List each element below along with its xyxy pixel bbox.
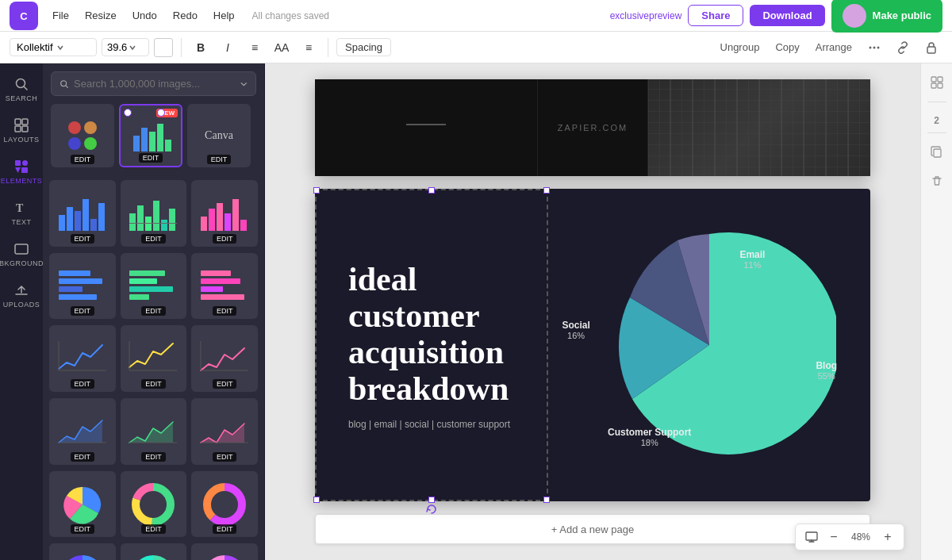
panel-item-charts[interactable]: NEW EDIT <box>119 104 182 167</box>
chart-donut-pink-1[interactable]: EDIT <box>191 471 258 538</box>
svg-rect-29 <box>59 215 65 231</box>
svg-rect-54 <box>129 286 173 292</box>
more-options-icon[interactable] <box>863 36 885 59</box>
svg-rect-59 <box>201 294 244 300</box>
left-sidebar: SEARCH LAYOUTS ELEMENTS T TEXT BKGROUND … <box>0 63 43 560</box>
chart-grid-lines-1: EDIT EDIT EDIT <box>49 325 258 392</box>
chart-bar-green-1[interactable]: EDIT <box>121 180 187 247</box>
presentation-icon[interactable] <box>802 527 821 547</box>
sidebar-label-search: SEARCH <box>6 94 38 102</box>
sidebar-item-uploads[interactable]: UPLOADS <box>2 276 40 314</box>
page1-right-section <box>648 79 870 176</box>
chart-line-yellow-1[interactable]: EDIT <box>121 325 187 392</box>
chart-area-pink-1[interactable]: EDIT <box>191 398 258 465</box>
svg-rect-33 <box>90 219 97 231</box>
grid-view-icon[interactable] <box>924 70 950 95</box>
share-button[interactable]: Share <box>688 5 743 26</box>
arrange-button[interactable]: Arrange <box>811 39 857 56</box>
svg-rect-53 <box>129 278 157 284</box>
panel-item-icons[interactable]: EDIT <box>51 104 114 167</box>
delete-page-icon[interactable] <box>924 168 950 194</box>
chart-grid-pie-2: EDIT EDIT EDIT <box>49 543 258 560</box>
zoom-out-button[interactable]: − <box>824 527 843 547</box>
copy-page-icon[interactable] <box>924 140 950 165</box>
chart-area-green-1[interactable]: EDIT <box>121 398 187 465</box>
aa-button[interactable]: AA <box>271 36 293 59</box>
svg-rect-26 <box>149 132 155 152</box>
download-button[interactable]: Download <box>750 5 824 26</box>
chart-donut-green-2[interactable]: EDIT <box>121 543 187 560</box>
svg-rect-101 <box>806 532 817 540</box>
nav-redo[interactable]: Redo <box>167 6 204 25</box>
lock-icon[interactable] <box>920 36 942 59</box>
bold-button[interactable]: B <box>190 36 212 59</box>
edit-badge: EDIT <box>141 379 166 389</box>
font-family-selector[interactable]: Kollektif <box>10 38 97 56</box>
page2-left-section[interactable]: ideal customer acquisition breakdown blo… <box>315 189 548 501</box>
svg-marker-14 <box>15 167 21 173</box>
svg-rect-55 <box>129 294 149 300</box>
chart-hbar-pink-1[interactable]: EDIT <box>191 253 258 320</box>
nav-undo[interactable]: Undo <box>126 6 163 25</box>
align-button[interactable]: ≡ <box>244 36 266 59</box>
nav-resize[interactable]: Resize <box>79 6 123 25</box>
svg-rect-32 <box>83 199 89 231</box>
search-icon <box>60 79 69 90</box>
svg-rect-36 <box>137 205 144 231</box>
canva-logo[interactable]: C <box>10 2 38 30</box>
spacing-button[interactable]: Spacing <box>336 38 391 56</box>
chart-donut-blue-2[interactable]: EDIT <box>49 543 116 560</box>
chart-area-blue-1[interactable]: EDIT <box>49 398 116 465</box>
svg-rect-31 <box>75 211 81 231</box>
svg-rect-50 <box>59 286 83 292</box>
svg-rect-43 <box>209 209 215 231</box>
sidebar-label-text: TEXT <box>11 218 31 226</box>
chart-grid-lines-2: EDIT EDIT EDIT <box>49 398 258 465</box>
list-button[interactable]: ≡ <box>298 36 320 59</box>
chart-hbar-blue-1[interactable]: EDIT <box>49 253 116 320</box>
chevron-down-icon <box>240 80 248 88</box>
nav-help[interactable]: Help <box>207 6 241 25</box>
search-input[interactable] <box>74 78 236 90</box>
svg-point-20 <box>68 121 81 134</box>
sidebar-item-background[interactable]: BKGROUND <box>2 235 40 273</box>
canvas-area[interactable]: ZAPIER.COM <box>265 63 920 560</box>
svg-rect-56 <box>201 270 231 276</box>
chart-pie-multi-1[interactable]: EDIT <box>49 471 116 538</box>
add-page-button[interactable]: + Add a new page <box>315 514 870 544</box>
right-panel-divider <box>927 102 946 102</box>
chart-line-blue-1[interactable]: EDIT <box>49 325 116 392</box>
chart-line-pink-1[interactable]: EDIT <box>191 325 258 392</box>
chart-donut-green-1[interactable]: EDIT <box>121 471 187 538</box>
zoom-in-button[interactable]: + <box>878 527 897 547</box>
italic-button[interactable]: I <box>217 36 239 59</box>
nav-right-actions: exclusivepreview Share Download Make pub… <box>610 0 942 33</box>
color-picker[interactable] <box>154 38 173 57</box>
make-public-button[interactable]: Make public <box>831 0 942 33</box>
copy-button[interactable]: Copy <box>770 39 804 56</box>
format-divider-1 <box>181 38 182 57</box>
link-icon[interactable] <box>892 36 914 59</box>
sidebar-item-layouts[interactable]: LAYOUTS <box>2 111 40 149</box>
sidebar-item-search[interactable]: SEARCH <box>2 70 40 108</box>
chart-donut-purple-2[interactable]: EDIT <box>191 543 258 560</box>
chart-bar-pink-1[interactable]: EDIT <box>191 180 258 247</box>
svg-text:T: T <box>16 202 24 214</box>
chart-hbar-green-1[interactable]: EDIT <box>121 253 187 320</box>
elements-panel: EDIT NEW EDIT Canva <box>43 63 265 560</box>
sidebar-item-elements[interactable]: ELEMENTS <box>2 152 40 190</box>
ungroup-button[interactable]: Ungroup <box>716 39 765 56</box>
font-size-selector[interactable]: 39.6 <box>102 38 149 56</box>
panel-content: EDIT EDIT <box>43 174 264 560</box>
panel-item-canva[interactable]: Canva EDIT <box>187 104 251 167</box>
svg-rect-9 <box>22 119 28 125</box>
svg-rect-46 <box>232 199 239 231</box>
chart-grid-bars-1: EDIT EDIT <box>49 180 258 247</box>
saved-status: All changes saved <box>252 10 329 21</box>
svg-rect-44 <box>217 203 223 231</box>
label-blog: Blog 55% <box>816 360 837 381</box>
nav-file[interactable]: File <box>46 6 75 25</box>
chart-bar-blue-1[interactable]: EDIT <box>49 180 116 247</box>
search-box[interactable] <box>51 71 256 96</box>
sidebar-item-text[interactable]: T TEXT <box>2 194 40 232</box>
